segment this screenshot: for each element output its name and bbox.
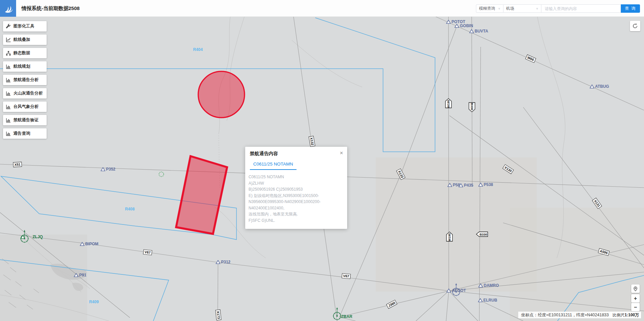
notam-text-line: C0611/25 NOTAMN	[249, 174, 342, 180]
airway-label-b330: B330	[476, 232, 488, 238]
green-marker	[159, 172, 164, 177]
sidebar-item-label: 通告查询	[13, 131, 30, 136]
waypoint-triangle-icon	[101, 167, 105, 171]
airway-label-x173: X173	[215, 310, 221, 321]
sidebar-item-7[interactable]: 台风气象分析	[3, 102, 47, 112]
sitemap-icon	[3, 51, 13, 56]
notam-circle-area[interactable]	[198, 71, 245, 118]
waypoint-p435[interactable]: P435	[459, 183, 473, 188]
waypoint-triangle-icon	[478, 283, 483, 287]
waypoint-triangle-icon	[590, 84, 594, 88]
waypoint-p58[interactable]: P58	[447, 183, 460, 187]
sidebar-item-2[interactable]: 航线叠加	[3, 35, 47, 45]
coordinate-readout: 坐标点：经度=E100131211，纬度=N40241833	[518, 312, 611, 318]
notam-text-line: N402400E1002400,	[249, 205, 342, 211]
route-label-r408: R408	[125, 207, 135, 211]
wrench-icon	[3, 24, 13, 29]
airway-label-w195: W195	[446, 232, 453, 243]
sidebar-item-label: 图形化工具	[13, 23, 35, 29]
close-icon[interactable]: ×	[340, 150, 343, 156]
notam-content: C0611/25 NOTAMNA)ZLHWB)2509051926 C)2509…	[245, 170, 347, 229]
svg-text:B330: B330	[470, 103, 474, 110]
waypoint-p91[interactable]: P91	[74, 273, 86, 277]
route-label-r409: R409	[89, 300, 99, 304]
waypoint-label: DAMRO	[484, 283, 499, 288]
sidebar-item-3[interactable]: 静态数据	[3, 48, 47, 58]
sidebar-item-label: 台风气象分析	[13, 104, 39, 110]
search-button[interactable]: 查 询	[621, 4, 640, 13]
waypoint-algot[interactable]: ALGOT	[446, 288, 466, 293]
header-bar: 情报系统-当前期数据2508 模糊查询 ∨ 机场 ∨ 查 询	[0, 0, 644, 17]
waypoint-triangle-icon	[80, 242, 85, 246]
search-type-value: 模糊查询	[479, 6, 495, 11]
waypoint-triangle-icon	[447, 183, 452, 187]
notam-text-line: A)ZLHW	[249, 180, 342, 187]
waypoint-triangle-icon	[446, 20, 451, 24]
swan-logo-icon	[2, 3, 14, 14]
waypoint-elrub[interactable]: ELRUB	[478, 298, 497, 303]
notam-text-line: E) 划设临时危险区,N395300E1001500-	[249, 193, 342, 199]
sidebar-item-label: 禁航通告验证	[13, 117, 39, 123]
refresh-button[interactable]	[630, 21, 640, 31]
sidebar-item-6[interactable]: 火山灰通告分析	[3, 88, 47, 99]
notam-text-line: B)2509051926 C)2509051953	[249, 186, 342, 193]
waypoint-damro[interactable]: DAMRO	[478, 283, 499, 288]
waypoint-p312[interactable]: P312	[216, 260, 230, 264]
scale-label: 比例尺	[612, 313, 625, 317]
notam-areas[interactable]	[176, 71, 245, 234]
waypoint-p538[interactable]: P538	[478, 182, 493, 187]
waypoint-label: ATBUG	[595, 84, 609, 89]
locate-button[interactable]	[631, 284, 640, 293]
waypoint-p352[interactable]: P352	[101, 167, 115, 172]
line-chart-icon	[3, 37, 13, 43]
waypoint-label: BIPOM	[85, 242, 98, 246]
refresh-icon	[632, 23, 638, 29]
notam-polygon-area[interactable]	[176, 156, 227, 234]
waypoint-triangle-icon	[478, 298, 483, 302]
waypoint-label: ALGOT	[452, 288, 466, 293]
sidebar-item-label: 航线叠加	[13, 37, 30, 43]
notam-popup: 禁航通告内容 × C0611/25 NOTAMN C0611/25 NOTAMN…	[245, 147, 347, 229]
waypoint-gobin[interactable]: GOBIN	[454, 23, 473, 28]
waypoint-bipom[interactable]: BIPOM	[80, 242, 98, 246]
sidebar-item-9[interactable]: 通告查询	[3, 128, 47, 139]
sidebar-item-5[interactable]: 禁航通告分析	[3, 75, 47, 85]
bar-chart-icon	[3, 64, 13, 69]
sidebar-item-label: 航线规划	[13, 64, 30, 69]
search-type-select[interactable]: 模糊查询 ∨	[476, 4, 503, 13]
bar-chart-icon	[3, 91, 13, 96]
waypoint-triangle-icon	[478, 183, 483, 187]
waypoint-triangle-icon	[216, 260, 220, 264]
svg-text:B330: B330	[480, 233, 487, 236]
app-logo	[0, 0, 16, 17]
waypoint-zljq[interactable]: ZLJQ	[20, 235, 43, 239]
zoom-in-button[interactable]: +	[631, 294, 640, 303]
notam-tab[interactable]: C0611/25 NOTAMN	[250, 162, 297, 170]
waypoint-label: P312	[221, 260, 230, 264]
zoom-out-button[interactable]: −	[631, 303, 640, 311]
waypoint-zbar[interactable]: ZBAR	[337, 314, 352, 319]
waypoint-buvta[interactable]: BUVTA	[469, 29, 488, 34]
locate-icon	[633, 286, 638, 292]
notam-text-line: 连线范围内，地表至无限高.	[249, 211, 342, 217]
route-label-r404: R404	[193, 47, 203, 52]
waypoint-triangle-icon	[459, 183, 463, 187]
waypoint-triangle-icon	[469, 29, 474, 33]
chevron-down-icon: ∨	[536, 7, 538, 10]
sidebar-item-8[interactable]: 禁航通告验证	[3, 115, 47, 125]
bar-chart-icon	[3, 104, 13, 110]
scale-readout: 比例尺1:100万	[610, 312, 641, 318]
sidebar-item-4[interactable]: 航线规划	[3, 61, 47, 72]
sidebar-item-label: 火山灰通告分析	[13, 90, 43, 96]
svg-text:W195: W195	[448, 233, 451, 241]
waypoint-label: ZLJQ	[33, 235, 43, 239]
waypoint-label: P352	[106, 167, 115, 172]
search-category-select[interactable]: 机场 ∨	[503, 4, 541, 13]
notam-text-line: N395600E0995300-N402900E1000200-	[249, 199, 342, 205]
vor-compass-icon	[18, 230, 31, 244]
bar-chart-icon	[3, 118, 13, 123]
search-input[interactable]	[541, 4, 621, 13]
waypoint-label: GOBIN	[460, 23, 473, 28]
sidebar-item-1[interactable]: 图形化工具	[3, 21, 47, 31]
waypoint-atbug[interactable]: ATBUG	[590, 84, 609, 89]
